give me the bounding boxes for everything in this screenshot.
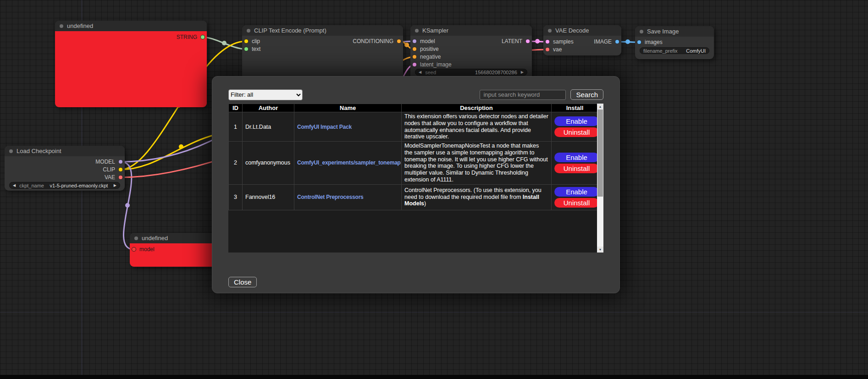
wire-midpoint-dot: [404, 43, 409, 47]
vae-input-pin[interactable]: [545, 47, 550, 52]
enable-button[interactable]: Enable: [554, 116, 599, 126]
extension-id: 3: [229, 184, 243, 210]
close-button[interactable]: Close: [228, 277, 257, 287]
samples-input-pin[interactable]: [545, 39, 550, 44]
decrement-arrow-icon[interactable]: ◀: [419, 71, 421, 74]
node-title-label: CLIP Text Encode (Prompt): [254, 27, 326, 34]
extension-id: 1: [229, 112, 243, 142]
input-slot-samples: samples: [545, 38, 574, 45]
node-load-checkpoint[interactable]: Load Checkpoint MODEL CLIP VAE ◀ ckpt_na…: [5, 146, 125, 191]
node-save-image[interactable]: Save Image images filename_prefix ComfyU…: [635, 26, 714, 59]
node-body: [55, 31, 207, 107]
enable-button[interactable]: Enable: [554, 153, 599, 162]
enable-button[interactable]: Enable: [554, 187, 599, 197]
positive-input-pin[interactable]: [412, 47, 417, 51]
increment-arrow-icon[interactable]: ▶: [521, 71, 524, 74]
dialog-toolbar: Filter: all Search: [228, 88, 603, 101]
node-title-bar[interactable]: KSampler: [410, 25, 532, 36]
uninstall-button[interactable]: Uninstall: [554, 164, 599, 173]
extension-author: Fannovel16: [243, 184, 294, 210]
input-slot-negative: negative: [412, 54, 441, 60]
search-button[interactable]: Search: [570, 89, 603, 100]
collapse-dot[interactable]: [415, 29, 419, 33]
node-title-bar[interactable]: VAE Decode: [543, 25, 621, 36]
install-cell: Enable Uninstall: [552, 184, 598, 210]
scroll-down-arrow[interactable]: ▼: [597, 247, 603, 253]
images-input-pin[interactable]: [637, 40, 641, 44]
input-slot-positive: positive: [412, 46, 439, 52]
input-slot-model: model: [132, 246, 155, 253]
column-header-name: Name: [294, 104, 402, 112]
extension-table-container: ID Author Name Description Install 1 Dr.…: [228, 104, 603, 253]
slot-label: MODEL: [95, 159, 115, 165]
description-text: ModelSamplerTonemapNoiseTest a node that…: [404, 143, 548, 183]
slot-label: samples: [553, 38, 574, 45]
input-slot-clip: clip: [244, 38, 260, 44]
uninstall-button[interactable]: Uninstall: [554, 127, 599, 137]
node-title-bar[interactable]: undefined: [130, 233, 217, 243]
scrollbar-thumb[interactable]: [597, 110, 603, 197]
filter-select[interactable]: Filter: all: [228, 89, 303, 100]
slot-label: latent_image: [420, 61, 452, 68]
node-vae-decode[interactable]: VAE Decode samples vae IMAGE: [543, 25, 621, 55]
extension-description: ModelSamplerTonemapNoiseTest a node that…: [402, 142, 552, 185]
clip-input-pin[interactable]: [244, 39, 249, 44]
image-output-pin[interactable]: [615, 39, 619, 44]
extension-link[interactable]: ComfyUI_experiments/sampler_tonemap: [297, 159, 401, 166]
slot-label: VAE: [105, 174, 115, 181]
increment-arrow-icon[interactable]: ▶: [114, 184, 116, 187]
input-slot-model: model: [412, 38, 435, 44]
string-output-pin[interactable]: [200, 35, 205, 39]
extension-row: 3 Fannovel16 ControlNet Preprocessors Co…: [229, 184, 598, 210]
node-title-bar[interactable]: Save Image: [635, 26, 714, 37]
collapse-dot[interactable]: [134, 236, 138, 240]
node-undefined-top[interactable]: undefined STRING: [55, 21, 207, 107]
collapse-dot[interactable]: [9, 149, 13, 153]
node-title-label: Load Checkpoint: [17, 148, 61, 154]
ckpt-name-widget[interactable]: ◀ ckpt_name v1-5-pruned-emaonly.ckpt ▶: [9, 182, 120, 189]
collapse-dot[interactable]: [60, 24, 63, 28]
search-group: Search: [480, 89, 603, 100]
seed-widget[interactable]: ◀ seed 156680208700286 ▶: [415, 69, 527, 76]
scroll-up-arrow[interactable]: ▲: [597, 104, 603, 110]
graph-canvas[interactable]: undefined STRING CLIP Text Encode (Promp…: [0, 0, 868, 379]
description-text: ): [424, 200, 426, 207]
widget-value: 156680208700286: [475, 70, 517, 75]
decrement-arrow-icon[interactable]: ◀: [13, 184, 16, 187]
node-undefined-bottom[interactable]: undefined model: [130, 233, 217, 267]
node-title-bar[interactable]: CLIP Text Encode (Prompt): [242, 25, 403, 36]
search-input[interactable]: [480, 90, 566, 100]
slot-label: CONDITIONING: [353, 38, 393, 44]
latent-image-input-pin[interactable]: [412, 62, 417, 67]
latent-output-pin[interactable]: [525, 39, 530, 44]
model-output-pin[interactable]: [118, 159, 123, 164]
output-slot-string: STRING: [177, 34, 205, 40]
vae-output-pin[interactable]: [118, 175, 123, 180]
collapse-dot[interactable]: [640, 30, 643, 33]
clip-output-pin[interactable]: [118, 167, 123, 172]
node-title-label: VAE Decode: [555, 27, 589, 34]
node-title-label: undefined: [142, 235, 168, 242]
table-scrollbar[interactable]: ▲ ▼: [597, 104, 603, 253]
node-title-bar[interactable]: Load Checkpoint: [5, 146, 125, 156]
widget-value: v1-5-pruned-emaonly.ckpt: [50, 183, 108, 188]
node-title-bar[interactable]: undefined: [55, 21, 207, 31]
collapse-dot[interactable]: [548, 29, 552, 33]
uninstall-button[interactable]: Uninstall: [554, 198, 599, 208]
description-text: This extension offers various detector n…: [404, 113, 548, 140]
collapse-dot[interactable]: [247, 29, 250, 33]
slot-label: model: [420, 38, 435, 44]
extension-description: This extension offers various detector n…: [402, 112, 552, 142]
conditioning-output-pin[interactable]: [397, 39, 401, 44]
extension-link[interactable]: ControlNet Preprocessors: [297, 194, 364, 200]
extension-row: 2 comfyanonymous ComfyUI_experiments/sam…: [229, 142, 598, 185]
output-slot-image: IMAGE: [594, 38, 619, 45]
text-input-pin[interactable]: [244, 47, 249, 51]
model-input-pin[interactable]: [132, 247, 136, 252]
custom-node-manager-dialog: Filter: all Search ID Author Name Descri…: [212, 76, 620, 293]
extension-link[interactable]: ComfyUI Impact Pack: [297, 124, 352, 130]
negative-input-pin[interactable]: [412, 55, 417, 59]
model-input-pin[interactable]: [412, 39, 417, 44]
filename-prefix-widget[interactable]: filename_prefix ComfyUI: [640, 47, 709, 54]
slot-label: positive: [420, 46, 439, 52]
